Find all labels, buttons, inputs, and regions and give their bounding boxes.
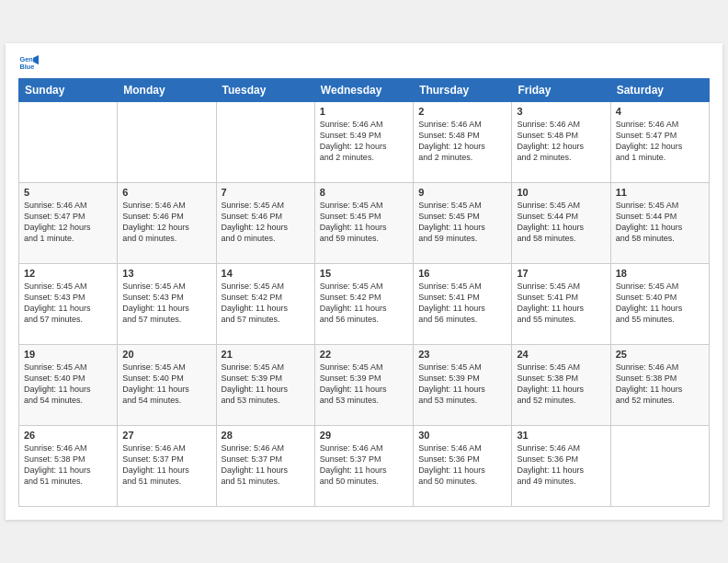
calendar-container: General Blue SundayMondayTuesdayWednesda… [6,43,722,520]
day-info: Sunrise: 5:45 AM Sunset: 5:45 PM Dayligh… [418,200,506,245]
day-info: Sunrise: 5:45 AM Sunset: 5:43 PM Dayligh… [24,281,112,326]
day-number: 4 [616,106,704,117]
day-number: 25 [616,349,704,360]
day-cell [610,426,709,507]
day-number: 2 [418,106,506,117]
day-cell: 12Sunrise: 5:45 AM Sunset: 5:43 PM Dayli… [19,264,118,345]
day-cell: 17Sunrise: 5:45 AM Sunset: 5:41 PM Dayli… [512,264,610,345]
day-cell: 13Sunrise: 5:45 AM Sunset: 5:43 PM Dayli… [118,264,216,345]
day-info: Sunrise: 5:46 AM Sunset: 5:48 PM Dayligh… [517,119,605,164]
day-number: 1 [320,106,408,117]
logo-icon: General Blue [18,52,39,73]
day-info: Sunrise: 5:45 AM Sunset: 5:44 PM Dayligh… [616,200,704,245]
day-cell: 11Sunrise: 5:45 AM Sunset: 5:44 PM Dayli… [610,183,709,264]
day-number: 8 [320,187,408,198]
day-number: 13 [122,268,210,279]
day-cell: 27Sunrise: 5:46 AM Sunset: 5:37 PM Dayli… [118,426,216,507]
svg-text:Blue: Blue [19,63,34,71]
day-info: Sunrise: 5:46 AM Sunset: 5:47 PM Dayligh… [616,119,704,164]
day-info: Sunrise: 5:45 AM Sunset: 5:45 PM Dayligh… [320,200,408,245]
day-info: Sunrise: 5:45 AM Sunset: 5:38 PM Dayligh… [517,362,605,407]
day-info: Sunrise: 5:45 AM Sunset: 5:40 PM Dayligh… [24,362,112,407]
day-info: Sunrise: 5:46 AM Sunset: 5:48 PM Dayligh… [418,119,506,164]
day-number: 30 [418,430,506,441]
day-cell: 10Sunrise: 5:45 AM Sunset: 5:44 PM Dayli… [512,183,610,264]
day-number: 21 [222,349,310,360]
day-info: Sunrise: 5:46 AM Sunset: 5:37 PM Dayligh… [222,442,310,488]
day-info: Sunrise: 5:46 AM Sunset: 5:36 PM Dayligh… [517,442,605,488]
day-cell: 20Sunrise: 5:45 AM Sunset: 5:40 PM Dayli… [118,345,216,426]
weekday-header-sunday: Sunday [19,79,118,102]
day-info: Sunrise: 5:46 AM Sunset: 5:49 PM Dayligh… [320,119,408,164]
day-number: 27 [122,430,210,441]
weekday-header-wednesday: Wednesday [314,79,413,102]
day-number: 23 [418,349,506,360]
day-cell: 5Sunrise: 5:46 AM Sunset: 5:47 PM Daylig… [19,183,118,264]
day-info: Sunrise: 5:45 AM Sunset: 5:40 PM Dayligh… [122,362,210,407]
week-row-2: 12Sunrise: 5:45 AM Sunset: 5:43 PM Dayli… [19,264,710,345]
day-info: Sunrise: 5:45 AM Sunset: 5:46 PM Dayligh… [222,200,310,245]
day-cell: 14Sunrise: 5:45 AM Sunset: 5:42 PM Dayli… [216,264,314,345]
weekday-header-row: SundayMondayTuesdayWednesdayThursdayFrid… [19,79,710,102]
day-number: 19 [24,349,112,360]
day-info: Sunrise: 5:45 AM Sunset: 5:39 PM Dayligh… [320,362,408,407]
day-cell: 31Sunrise: 5:46 AM Sunset: 5:36 PM Dayli… [512,426,610,507]
day-cell: 15Sunrise: 5:45 AM Sunset: 5:42 PM Dayli… [314,264,413,345]
day-cell: 8Sunrise: 5:45 AM Sunset: 5:45 PM Daylig… [314,183,413,264]
day-info: Sunrise: 5:46 AM Sunset: 5:38 PM Dayligh… [24,442,112,488]
weekday-header-friday: Friday [512,79,610,102]
day-cell: 6Sunrise: 5:46 AM Sunset: 5:46 PM Daylig… [118,183,216,264]
header: General Blue [18,52,710,73]
day-cell: 18Sunrise: 5:45 AM Sunset: 5:40 PM Dayli… [610,264,709,345]
day-info: Sunrise: 5:45 AM Sunset: 5:42 PM Dayligh… [320,281,408,326]
day-number: 31 [517,430,605,441]
weekday-header-saturday: Saturday [610,79,709,102]
day-info: Sunrise: 5:45 AM Sunset: 5:39 PM Dayligh… [222,362,310,407]
day-number: 16 [418,268,506,279]
day-number: 10 [517,187,605,198]
day-cell [216,102,314,183]
day-info: Sunrise: 5:45 AM Sunset: 5:43 PM Dayligh… [122,281,210,326]
day-cell: 23Sunrise: 5:45 AM Sunset: 5:39 PM Dayli… [414,345,512,426]
day-number: 12 [24,268,112,279]
day-cell: 22Sunrise: 5:45 AM Sunset: 5:39 PM Dayli… [314,345,413,426]
week-row-1: 5Sunrise: 5:46 AM Sunset: 5:47 PM Daylig… [19,183,710,264]
day-cell: 30Sunrise: 5:46 AM Sunset: 5:36 PM Dayli… [414,426,512,507]
day-number: 22 [320,349,408,360]
day-cell: 29Sunrise: 5:46 AM Sunset: 5:37 PM Dayli… [314,426,413,507]
day-number: 3 [517,106,605,117]
day-cell: 16Sunrise: 5:45 AM Sunset: 5:41 PM Dayli… [414,264,512,345]
day-cell [118,102,216,183]
day-number: 15 [320,268,408,279]
day-cell: 1Sunrise: 5:46 AM Sunset: 5:49 PM Daylig… [314,102,413,183]
day-info: Sunrise: 5:45 AM Sunset: 5:41 PM Dayligh… [517,281,605,326]
day-info: Sunrise: 5:45 AM Sunset: 5:44 PM Dayligh… [517,200,605,245]
day-number: 26 [24,430,112,441]
day-cell: 28Sunrise: 5:46 AM Sunset: 5:37 PM Dayli… [216,426,314,507]
day-number: 6 [122,187,210,198]
day-info: Sunrise: 5:46 AM Sunset: 5:38 PM Dayligh… [616,362,704,407]
day-number: 17 [517,268,605,279]
day-number: 28 [222,430,310,441]
day-cell: 2Sunrise: 5:46 AM Sunset: 5:48 PM Daylig… [414,102,512,183]
day-number: 7 [222,187,310,198]
day-cell: 7Sunrise: 5:45 AM Sunset: 5:46 PM Daylig… [216,183,314,264]
calendar-table: SundayMondayTuesdayWednesdayThursdayFrid… [18,78,710,507]
weekday-header-thursday: Thursday [414,79,512,102]
day-number: 14 [222,268,310,279]
day-cell: 21Sunrise: 5:45 AM Sunset: 5:39 PM Dayli… [216,345,314,426]
day-cell: 26Sunrise: 5:46 AM Sunset: 5:38 PM Dayli… [19,426,118,507]
day-number: 24 [517,349,605,360]
day-cell: 9Sunrise: 5:45 AM Sunset: 5:45 PM Daylig… [414,183,512,264]
day-info: Sunrise: 5:45 AM Sunset: 5:42 PM Dayligh… [222,281,310,326]
day-cell [19,102,118,183]
day-info: Sunrise: 5:45 AM Sunset: 5:41 PM Dayligh… [418,281,506,326]
day-number: 29 [320,430,408,441]
day-cell: 24Sunrise: 5:45 AM Sunset: 5:38 PM Dayli… [512,345,610,426]
weekday-header-monday: Monday [118,79,216,102]
day-number: 18 [616,268,704,279]
day-info: Sunrise: 5:46 AM Sunset: 5:36 PM Dayligh… [418,442,506,488]
logo: General Blue [18,52,42,73]
week-row-4: 26Sunrise: 5:46 AM Sunset: 5:38 PM Dayli… [19,426,710,507]
day-cell: 25Sunrise: 5:46 AM Sunset: 5:38 PM Dayli… [610,345,709,426]
